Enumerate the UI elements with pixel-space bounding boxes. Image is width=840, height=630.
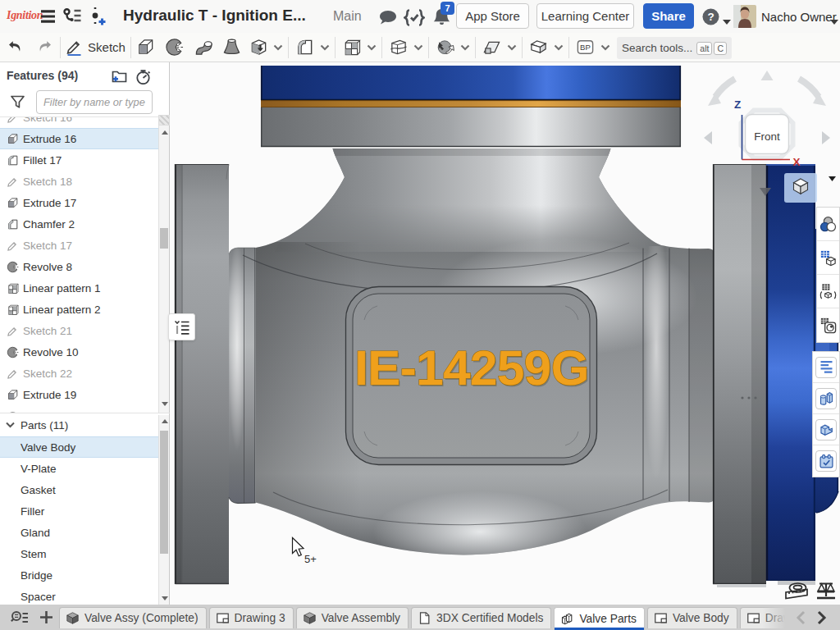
chevron-down-icon[interactable] [6, 422, 15, 428]
search-tabs-icon[interactable] [7, 605, 33, 630]
pattern-icon[interactable] [339, 38, 364, 57]
feature-fillet-17[interactable]: Fillet 17 [0, 149, 159, 171]
tool-dropdown-caret-icon[interactable] [411, 44, 425, 51]
tabs-scroll-right-icon[interactable] [817, 610, 827, 625]
turn-right-arrow-icon[interactable] [822, 131, 830, 144]
graphics-area[interactable]: IE-14259GIE-14259G [170, 62, 840, 605]
left-flange[interactable] [176, 164, 230, 584]
feature-chamfer-2[interactable]: Chamfer 2 [0, 213, 159, 235]
share-button[interactable]: Share [643, 3, 694, 29]
search-tools[interactable]: Search tools... alt C [617, 37, 732, 59]
sheetmetal-icon[interactable] [526, 38, 551, 57]
feature-revolve-8[interactable]: Revolve 8 [0, 256, 159, 277]
tool-dropdown-caret-icon[interactable] [504, 44, 518, 51]
revolve-icon[interactable] [160, 38, 189, 57]
part-spacer[interactable]: Spacer [0, 586, 159, 605]
split-icon[interactable] [386, 38, 411, 57]
filter-input[interactable] [36, 90, 153, 114]
part-filler[interactable]: Filler [0, 500, 159, 522]
tab-valve-parts[interactable]: Valve Parts [554, 607, 645, 630]
tool-dropdown-caret-icon[interactable] [598, 44, 612, 51]
redo-button[interactable] [30, 40, 60, 54]
versions-add-icon[interactable] [91, 7, 107, 30]
parts-scrollbar[interactable] [158, 415, 169, 605]
part-stem[interactable]: Stem [0, 543, 159, 564]
feature-extrude-16[interactable]: Extrude 16 [0, 128, 159, 149]
feature-sketch-22[interactable]: Sketch 22 [0, 363, 159, 384]
view-cube-menu-button[interactable] [784, 173, 817, 203]
panel-tab-notes-panel[interactable] [813, 352, 839, 383]
tool-dropdown-caret-icon[interactable] [458, 44, 472, 51]
help-icon[interactable]: ? [702, 8, 719, 29]
featurescript-check-icon[interactable] [404, 9, 425, 30]
panel-tab-parts-compare-panel[interactable] [813, 383, 839, 414]
tab-3dx-certified-models[interactable]: 3DX Certified Models [411, 607, 551, 628]
feature-sketch-16[interactable]: Sketch 16 [0, 117, 159, 128]
tabs-scroll-left-icon[interactable] [796, 610, 806, 625]
panel-tab-configurations-panel[interactable] [817, 275, 839, 308]
mass-properties-icon[interactable] [817, 583, 835, 598]
panel-tab-part-panel[interactable] [813, 414, 839, 445]
user-menu[interactable]: Nacho Owner [761, 10, 837, 24]
part-gland[interactable]: Gland [0, 522, 159, 543]
tool-dropdown-caret-icon[interactable] [364, 44, 378, 51]
panel-tab-display-states-panel[interactable] [817, 241, 839, 275]
panel-tab-render-panel[interactable] [817, 308, 839, 342]
features-scrollbar[interactable] [158, 126, 169, 413]
parts-section-header[interactable]: Parts (11) [0, 413, 159, 436]
fillet-icon[interactable] [292, 38, 317, 57]
bonnet-flange[interactable] [261, 66, 681, 147]
feature-revolve-10[interactable]: Revolve 10 [0, 341, 159, 363]
boolean-icon[interactable] [246, 38, 271, 57]
document-title[interactable]: Hydraulic T - Ignition E... [123, 7, 328, 25]
part-valve-body[interactable]: Valve Body [0, 436, 159, 458]
user-caret-icon[interactable] [830, 14, 838, 29]
measure-tool-icon[interactable] [786, 583, 807, 599]
feature-linear-pattern-1[interactable]: Linear pattern 1 [0, 277, 159, 299]
extrude-icon[interactable] [131, 38, 160, 57]
feature-extrude-19[interactable]: Extrude 19 [0, 384, 159, 405]
sweep-icon[interactable] [189, 38, 217, 57]
tab-valve-assy-complete[interactable]: Valve Assy (Complete) [59, 607, 207, 628]
feature-sketch-18[interactable]: Sketch 18 [0, 171, 159, 192]
version-tree-icon[interactable] [63, 8, 81, 28]
comments-icon[interactable] [379, 10, 397, 29]
rollback-history-icon[interactable] [135, 70, 151, 88]
loft-icon[interactable] [217, 38, 246, 57]
ignition-logo[interactable]: Ignition [7, 9, 43, 22]
learning-center-button[interactable]: Learning Center [536, 3, 634, 29]
part-bridge[interactable]: Bridge [0, 564, 159, 586]
bp-icon[interactable]: BP [573, 38, 598, 57]
feature-list-flyout-button[interactable] [168, 313, 195, 340]
help-caret-icon[interactable] [723, 14, 731, 29]
plane-icon[interactable] [479, 38, 504, 57]
add-tab-icon[interactable] [34, 605, 57, 630]
view-menu-caret-icon[interactable] [829, 176, 836, 181]
panel-tab-planner-panel[interactable] [813, 445, 839, 477]
sketch-button[interactable]: Sketch [61, 39, 130, 56]
part-gasket[interactable]: Gasket [0, 479, 159, 500]
undo-button[interactable] [0, 40, 30, 54]
part-v-plate[interactable]: V-Plate [0, 458, 159, 479]
tab-valve-body[interactable]: Valve Body [647, 607, 737, 628]
feature-sketch-21[interactable]: Sketch 21 [0, 320, 159, 341]
hamburger-menu-icon[interactable] [41, 10, 55, 26]
feature-mate-connector-1[interactable]: Mate connector 1 [0, 405, 159, 413]
nameplate-boss[interactable]: IE-14259GIE-14259G [346, 287, 597, 465]
user-avatar[interactable] [733, 5, 756, 31]
tool-dropdown-caret-icon[interactable] [317, 44, 331, 51]
transform-icon[interactable] [432, 38, 458, 57]
tab-valve-assembly[interactable]: Valve Assembly [296, 607, 409, 628]
feature-linear-pattern-2[interactable]: Linear pattern 2 [0, 299, 159, 320]
tab-drawing-3[interactable]: Drawing 3 [209, 607, 294, 628]
model-3d-view[interactable]: IE-14259GIE-14259G [170, 62, 840, 605]
turn-left-arrow-icon[interactable] [704, 131, 712, 144]
panel-tab-appearance-panel[interactable] [817, 208, 839, 241]
feature-sketch-17[interactable]: Sketch 17 [0, 235, 159, 256]
app-store-button[interactable]: App Store [456, 3, 529, 29]
workspace-label[interactable]: Main [333, 9, 362, 24]
rotate-up-arrow-icon[interactable] [761, 71, 774, 80]
feature-extrude-17[interactable]: Extrude 17 [0, 192, 159, 213]
tool-dropdown-caret-icon[interactable] [271, 44, 285, 51]
tool-dropdown-caret-icon[interactable] [551, 44, 565, 51]
